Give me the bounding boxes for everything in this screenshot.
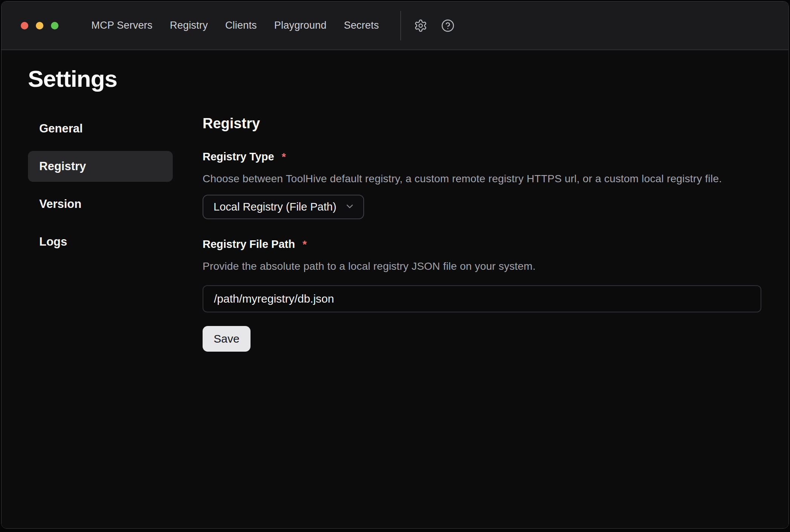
traffic-lights [21, 22, 58, 29]
sidebar-item-version[interactable]: Version [28, 189, 173, 220]
registry-type-label-row: Registry Type * [203, 151, 761, 163]
help-icon [441, 19, 455, 32]
nav-item-playground[interactable]: Playground [274, 20, 327, 31]
gear-icon [414, 19, 427, 32]
registry-type-label: Registry Type [203, 151, 274, 163]
required-asterisk: * [303, 238, 307, 251]
section-heading: Registry [203, 115, 761, 132]
chevron-down-icon [337, 201, 355, 213]
app-window: MCP Servers Registry Clients Playground … [1, 1, 789, 529]
registry-type-selected-value: Local Registry (File Path) [214, 201, 337, 213]
registry-file-path-label: Registry File Path [203, 238, 295, 251]
titlebar: MCP Servers Registry Clients Playground … [2, 2, 788, 50]
close-window-button[interactable] [21, 22, 28, 29]
nav-item-secrets[interactable]: Secrets [344, 20, 379, 31]
settings-gear-button[interactable] [413, 18, 428, 33]
registry-file-path-description: Provide the absolute path to a local reg… [203, 260, 761, 272]
titlebar-divider [400, 11, 401, 40]
nav-item-registry[interactable]: Registry [170, 20, 208, 31]
minimize-window-button[interactable] [36, 22, 43, 29]
page-title: Settings [28, 65, 761, 92]
settings-sidebar: General Registry Version Logs [28, 113, 173, 352]
settings-page: Settings General Registry Version Logs R… [2, 50, 788, 528]
save-button[interactable]: Save [203, 326, 251, 352]
registry-type-description: Choose between ToolHive default registry… [203, 173, 761, 185]
nav-item-mcp-servers[interactable]: MCP Servers [91, 20, 152, 31]
help-button[interactable] [440, 18, 455, 33]
sidebar-item-logs[interactable]: Logs [28, 226, 173, 257]
nav-item-clients[interactable]: Clients [225, 20, 257, 31]
required-asterisk: * [282, 151, 286, 163]
registry-settings-panel: Registry Registry Type * Choose between … [203, 113, 761, 352]
sidebar-item-general[interactable]: General [28, 113, 173, 144]
top-nav: MCP Servers Registry Clients Playground … [91, 20, 379, 31]
registry-file-path-label-row: Registry File Path * [203, 238, 761, 251]
registry-file-path-input[interactable] [203, 285, 761, 312]
registry-type-select[interactable]: Local Registry (File Path) [203, 195, 364, 219]
zoom-window-button[interactable] [51, 22, 58, 29]
titlebar-icons [413, 18, 455, 33]
sidebar-item-registry[interactable]: Registry [28, 151, 173, 182]
